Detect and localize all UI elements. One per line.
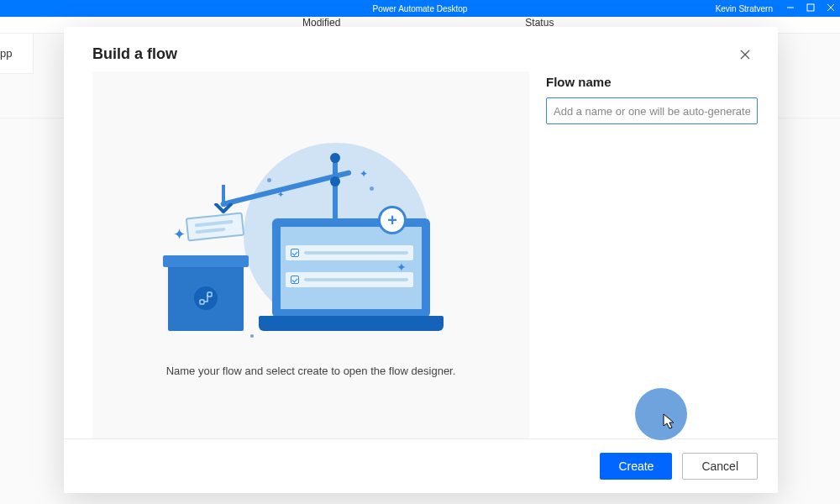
illustration-help-text: Name your flow and select create to open… (166, 365, 456, 377)
close-icon (739, 49, 751, 60)
minimize-icon[interactable] (786, 3, 795, 13)
dialog-body: + ✦ ✦ ✦ ✦ Name your flow and select crea… (64, 71, 778, 438)
cursor-icon (663, 413, 676, 433)
dialog-header: Build a flow (64, 27, 778, 71)
plus-icon: + (378, 206, 407, 234)
user-name[interactable]: Kevin Stratvern (716, 4, 773, 13)
dialog-title: Build a flow (92, 45, 177, 63)
flow-name-input[interactable] (546, 97, 758, 124)
app-title: Power Automate Desktop (373, 4, 468, 13)
form-panel: Flow name (546, 71, 758, 438)
background-sidebar-fragment: pp (0, 34, 34, 74)
click-indicator (635, 388, 687, 440)
build-flow-dialog: Build a flow (64, 27, 778, 493)
flow-icon (194, 286, 218, 310)
create-button[interactable]: Create (600, 453, 672, 480)
maximize-icon[interactable] (806, 3, 815, 13)
illustration-panel: + ✦ ✦ ✦ ✦ Name your flow and select crea… (92, 71, 529, 438)
svg-rect-1 (807, 4, 814, 11)
titlebar: Power Automate Desktop Kevin Stratvern (0, 0, 840, 17)
close-dialog-button[interactable] (738, 47, 753, 62)
cancel-button[interactable]: Cancel (682, 453, 758, 480)
svg-rect-6 (200, 300, 204, 304)
flow-name-label: Flow name (546, 75, 758, 89)
close-window-icon[interactable] (827, 3, 835, 13)
flow-illustration: + ✦ ✦ ✦ ✦ (168, 126, 454, 344)
dialog-footer: Create Cancel (64, 438, 778, 493)
